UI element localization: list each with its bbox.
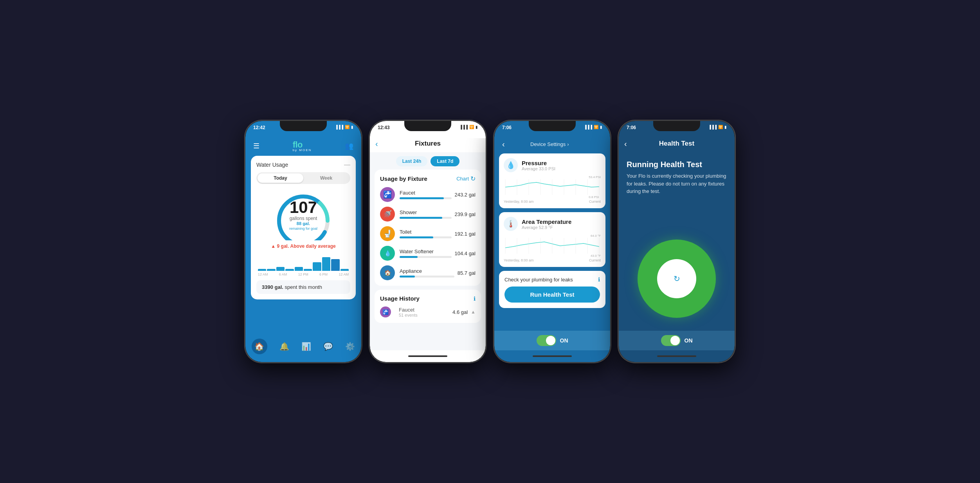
monthly-suffix: spent this month [285,284,322,290]
on-bar-4: ON [619,331,735,350]
temp-end-label: Current [589,258,601,262]
back-button-3[interactable]: ‹ [502,140,505,149]
temperature-icon: 🌡️ [504,217,518,231]
appliance-bar-bg [400,276,454,278]
fixture-card-title: Usage by Fixture [380,175,427,182]
pressure-sparkline: 53.4 PSI 0.8 PSI [504,175,601,199]
running-content: Running Health Test Your Flo is currentl… [619,152,735,195]
pressure-title-area: Pressure Average 33.0 PSI [522,160,555,171]
card-header: Water Usage — [256,161,350,168]
bell-nav-button[interactable]: 🔔 [279,342,289,351]
appliance-info: Appliance [400,268,454,278]
wifi-icon-4: 🛜 [718,125,723,129]
device-settings-link[interactable]: Device Settings › [530,141,569,147]
on-bar-3: ON [494,331,610,350]
phone-device-settings: 7:06 ▐▐▐ 🛜 ▮ ‹ Device Settings › [494,120,611,363]
shower-bar-bg [400,217,452,219]
pressure-header: 💧 Pressure Average 33.0 PSI [504,158,601,172]
chevron-right-icon: › [567,141,569,147]
faucet-bar-fill [400,197,444,199]
chart-label-2: 6 AM [279,272,287,276]
run-health-test-button[interactable]: Run Health Test [504,287,600,303]
chart-nav-button[interactable]: 📊 [301,342,311,351]
bar-7 [313,262,321,271]
notch-3 [529,121,576,131]
wifi-icon: 🛜 [345,125,349,129]
status-time-4: 7:06 [627,125,636,130]
settings-nav-button[interactable]: ⚙️ [345,342,355,351]
softener-info: Water Softener [400,249,452,258]
bottom-bar-3 [494,350,610,362]
chart-label-3: 12 PM [298,272,308,276]
faucet-gal: 243.2 gal [455,192,476,198]
history-faucet-row[interactable]: 🚰 Faucet 51 events 4.6 gal ▲ [380,306,476,317]
temperature-avg: Average 52.9 °F [522,225,571,230]
signal-icon-2: ▐▐▐ [459,125,468,129]
top-bar-2: ‹ Fixtures [370,138,486,152]
gauge-svg [272,189,335,240]
add-user-icon[interactable]: 👥 [345,142,353,150]
filter-24h[interactable]: Last 24h [396,156,428,166]
message-nav-button[interactable]: 💬 [323,342,333,351]
fixture-row-appliance: 🏠 Appliance 85.7 gal [380,265,476,280]
minimize-button[interactable]: — [344,161,350,168]
status-icons-3: ▐▐▐ 🛜 ▮ [584,125,602,129]
battery-icon-4: ▮ [724,125,727,129]
bottom-bar-4 [619,350,735,362]
bar-8 [322,257,330,271]
shower-name: Shower [400,209,452,215]
status-time-3: 7:06 [502,125,512,130]
home-nav-button[interactable]: 🏠 [252,339,267,354]
shower-gal: 239.9 gal [455,211,476,217]
on-label-4: ON [685,337,693,344]
avg-suffix: Above daily average [290,243,336,249]
top-bar-4: ‹ Health Test [619,138,735,152]
back-button-4[interactable]: ‹ [624,139,627,148]
filter-pills: Last 24h Last 7d [370,152,486,169]
history-info-icon[interactable]: ℹ [474,296,476,302]
fixture-row-toilet: 🚽 Toilet 192.1 gal [380,226,476,241]
history-faucet-events: 51 events [399,313,418,317]
fixture-row-softener: 💧 Water Softener 104.4 gal [380,246,476,261]
battery-icon-3: ▮ [600,125,602,129]
appliance-gal: 85.7 gal [458,270,476,276]
shower-bar-fill [400,217,442,219]
avg-arrow: ▲ [271,243,277,249]
status-time-1: 12:42 [253,125,265,130]
avg-gal: 9 gal. [277,243,289,249]
bar-6 [304,269,312,271]
device-settings-label: Device Settings [530,141,566,147]
chart-label: Chart [456,176,469,182]
bottom-bar-2 [370,350,486,362]
status-icons-2: ▐▐▐ 🛜 ▮ [459,125,478,129]
chart-link[interactable]: Chart ↻ [456,175,476,182]
monthly-gal: 3390 gal. [262,284,283,290]
running-desc: Your Flo is currently checking your plum… [627,172,727,195]
phone-fixtures: 12:43 ▐▐▐ 🛜 ▮ ‹ Fixtures Last 24h Last 7… [369,120,486,363]
bar-2 [267,269,275,271]
loading-spinner: ↻ [674,274,680,283]
today-button[interactable]: Today [258,173,303,183]
temperature-title: Area Temperature [522,218,571,225]
temp-chart-svg [504,234,601,256]
appliance-icon: 🏠 [380,265,395,280]
toilet-gal: 192.1 gal [455,231,476,237]
inner-circle: ↻ [657,259,696,298]
on-toggle-4[interactable] [661,335,681,346]
temp-x-labels: Yesterday, 8:00 am Current [504,258,601,262]
week-button[interactable]: Week [303,173,349,183]
filter-7d[interactable]: Last 7d [431,156,459,166]
health-info-icon[interactable]: ℹ [598,276,600,283]
home-indicator-2 [408,355,447,357]
menu-icon[interactable]: ☰ [253,142,259,150]
toilet-icon: 🚽 [380,226,395,241]
back-button-2[interactable]: ‹ [375,139,378,148]
outer-circle: ↻ [638,240,716,318]
home-indicator-4 [657,355,696,357]
temperature-title-area: Area Temperature Average 52.9 °F [522,218,571,230]
signal-icon-3: ▐▐▐ [584,125,592,129]
refresh-icon: ↻ [470,175,476,182]
on-toggle-3[interactable] [537,335,556,346]
faucet-info: Faucet [400,190,452,199]
history-faucet-icon-name: 🚰 Faucet 51 events [380,306,418,317]
